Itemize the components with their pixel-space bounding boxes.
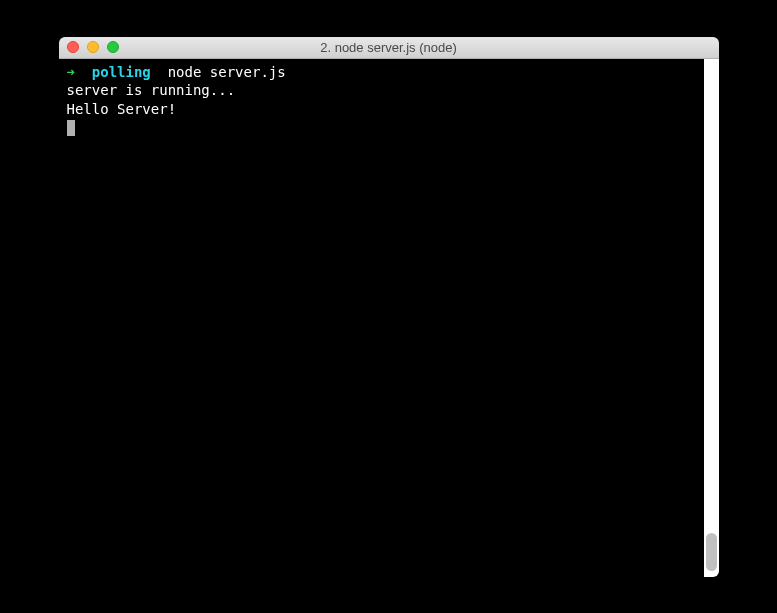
maximize-button[interactable] — [107, 41, 119, 53]
terminal-content[interactable]: ➜ polling node server.jsserver is runnin… — [59, 59, 704, 577]
prompt-command: node server.js — [168, 64, 286, 80]
scrollbar-thumb[interactable] — [706, 533, 717, 571]
scrollbar-track[interactable] — [704, 59, 719, 577]
traffic-lights — [59, 41, 119, 53]
prompt-arrow-icon: ➜ — [67, 64, 75, 80]
window-title: 2. node server.js (node) — [59, 40, 719, 55]
prompt-line: ➜ polling node server.js — [67, 63, 696, 82]
terminal-cursor — [67, 120, 75, 136]
terminal-body[interactable]: ➜ polling node server.jsserver is runnin… — [59, 59, 719, 577]
titlebar[interactable]: 2. node server.js (node) — [59, 37, 719, 59]
close-button[interactable] — [67, 41, 79, 53]
output-line: server is running... — [67, 81, 696, 100]
output-line: Hello Server! — [67, 100, 696, 119]
minimize-button[interactable] — [87, 41, 99, 53]
terminal-window: 2. node server.js (node) ➜ polling node … — [59, 37, 719, 577]
prompt-cwd: polling — [92, 64, 151, 80]
